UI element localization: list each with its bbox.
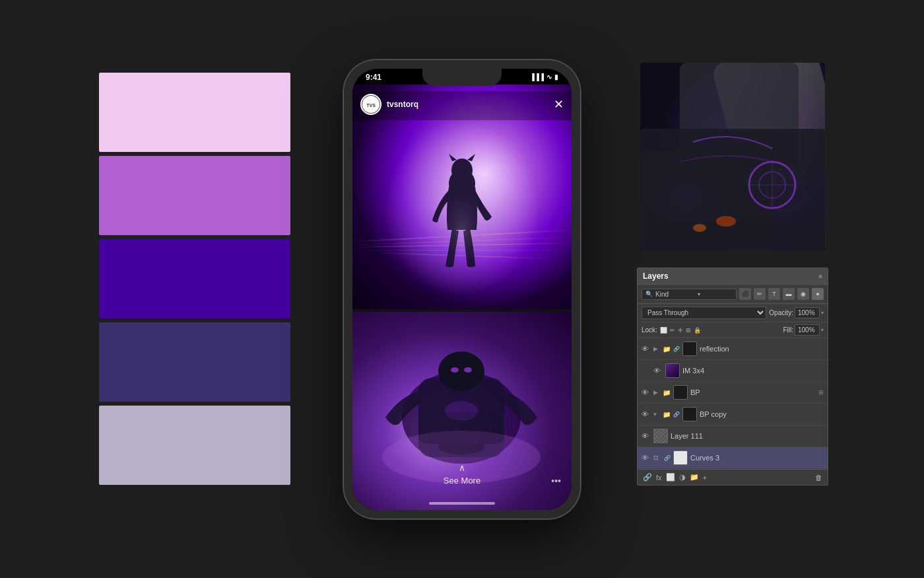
layer-folder-reflection: 📁: [663, 345, 671, 353]
layer-thumb-bp-copy: [682, 407, 697, 421]
lock-fill-row: Lock: ⬜ ✏ ✛ ⊞ 🔒 Fill: ▾: [638, 322, 828, 338]
pixel-filter-btn[interactable]: ⬛: [739, 288, 751, 300]
swatch-5: [99, 406, 290, 485]
lock-transparent-btn[interactable]: ⬜: [660, 327, 667, 334]
fill-dropdown-icon[interactable]: ▾: [821, 327, 824, 333]
layer-thumb-bp: [673, 385, 688, 400]
pen-filter-btn[interactable]: ✏: [754, 288, 766, 300]
add-mask-btn[interactable]: ⬜: [666, 473, 675, 482]
text-filter-btn[interactable]: T: [768, 288, 780, 300]
svg-rect-17: [640, 129, 825, 251]
swatch-2: [99, 156, 290, 235]
lock-pixels-btn[interactable]: ✏: [670, 327, 675, 334]
story-header: TVS tvsntorq ✕: [352, 91, 572, 120]
filter-dropdown-icon[interactable]: ▾: [698, 291, 700, 297]
svg-rect-15: [418, 412, 504, 444]
layer-eye-bp-copy[interactable]: 👁: [642, 410, 651, 418]
layer-thumb-im3x4: [665, 363, 680, 378]
svg-point-3: [451, 159, 473, 182]
swatch-4: [99, 322, 290, 402]
layer-folder-bp: 📁: [663, 389, 671, 396]
layers-bottom-toolbar: 🔗 fx ⬜ ◑ 📁 + 🗑: [638, 469, 828, 485]
wifi-icon: ∿: [546, 73, 552, 81]
layer-eye-im3x4[interactable]: 👁: [653, 367, 663, 375]
blend-mode-select[interactable]: Pass Through: [642, 307, 766, 319]
search-icon: 🔍: [645, 291, 653, 297]
shape-filter-btn[interactable]: ▬: [783, 288, 795, 300]
smart-filter-btn[interactable]: ◉: [797, 288, 809, 300]
svg-point-9: [438, 351, 484, 391]
svg-point-10: [451, 367, 459, 373]
svg-marker-4: [449, 154, 457, 161]
layer-name-curves3: Curves 3: [690, 454, 824, 462]
new-group-btn[interactable]: 📁: [690, 473, 699, 482]
layers-collapse-icon[interactable]: ≡: [818, 273, 822, 280]
toggle-filter-btn[interactable]: ●: [812, 288, 824, 300]
status-icons: ▐▐▐ ∿ ▮: [530, 73, 558, 81]
layer-row-bp[interactable]: 👁 ▶ 📁 BP ⊞: [638, 382, 828, 404]
status-time: 9:41: [366, 73, 381, 82]
swatch-1: [99, 73, 290, 152]
color-palette: [99, 73, 290, 485]
layers-filter-input[interactable]: Kind: [655, 291, 695, 298]
layer-expand-reflection[interactable]: ▶: [653, 345, 660, 352]
signal-icon: ▐▐▐: [530, 73, 544, 81]
layer-name-reflection: reflection: [700, 345, 824, 353]
layer-row-curves3[interactable]: 👁 ⊡ 🔗 Curves 3: [638, 447, 828, 469]
home-indicator: [429, 502, 495, 505]
opacity-label: Opacity:: [769, 309, 793, 316]
layer-link-curves3: 🔗: [664, 455, 671, 461]
layers-panel: Layers ≡ 🔍 Kind ▾ ⬛ ✏ T ▬ ◉ ● Pass Throu…: [637, 268, 828, 486]
layer-eye-reflection[interactable]: 👁: [642, 345, 651, 353]
lock-label: Lock:: [642, 326, 657, 334]
see-more-label[interactable]: See More: [444, 476, 480, 486]
layer-eye-curves3[interactable]: 👁: [642, 454, 651, 462]
blend-opacity-row: Pass Through Opacity: ▾: [638, 304, 828, 322]
opacity-dropdown-icon[interactable]: ▾: [821, 310, 824, 316]
delete-layer-btn[interactable]: 🗑: [815, 474, 822, 482]
see-more-bar: ∧ See More: [352, 462, 572, 486]
adjustment-btn[interactable]: ◑: [679, 473, 686, 482]
layer-name-layer111: Layer 111: [671, 432, 824, 440]
link-layers-btn[interactable]: 🔗: [643, 473, 652, 482]
layer-thumb-reflection: [682, 342, 697, 356]
opacity-input[interactable]: [795, 307, 820, 318]
svg-point-6: [439, 190, 485, 270]
lock-position-btn[interactable]: ✛: [678, 327, 683, 334]
layers-title-bar: Layers ≡: [638, 268, 828, 285]
fill-input[interactable]: [795, 324, 820, 336]
layer-row-im3x4[interactable]: 👁 IM 3x4: [638, 360, 828, 382]
black-panther-figure: [416, 151, 508, 303]
layer-eye-layer111[interactable]: 👁: [642, 432, 651, 440]
layers-search-box[interactable]: 🔍 Kind ▾: [642, 289, 737, 300]
story-avatar: TVS: [360, 94, 381, 115]
phone-content: ∧ See More •••: [352, 85, 572, 510]
lock-all-btn[interactable]: 🔒: [694, 327, 701, 334]
svg-point-11: [464, 367, 472, 373]
story-username: tvsntorq: [387, 100, 418, 109]
layer-name-bp-copy: BP copy: [700, 410, 824, 418]
layers-filter-row: 🔍 Kind ▾ ⬛ ✏ T ▬ ◉ ●: [638, 285, 828, 304]
layers-panel-title: Layers: [643, 271, 669, 281]
phone-screen: 9:41 ▐▐▐ ∿ ▮ TVS tvsn: [352, 69, 572, 510]
layer-link-bp-copy: 🔗: [673, 412, 680, 417]
layer-row-reflection[interactable]: 👁 ▶ 📁 🔗 reflection: [638, 338, 828, 360]
svg-point-23: [693, 224, 706, 232]
layer-eye-bp[interactable]: 👁: [642, 388, 651, 396]
layer-row-bp-copy[interactable]: 👁 ▾ 📁 🔗 BP copy: [638, 404, 828, 425]
curves-adj-icon: ⊡: [653, 454, 661, 461]
layer-expand-bp-copy[interactable]: ▾: [653, 411, 660, 417]
more-options-icon[interactable]: •••: [551, 476, 561, 486]
layer-folder-bp-copy: 📁: [663, 411, 671, 418]
layer-smart-bp: ⊞: [818, 389, 824, 396]
layer-expand-bp[interactable]: ▶: [653, 389, 660, 396]
phone-mockup: 9:41 ▐▐▐ ∿ ▮ TVS tvsn: [343, 59, 581, 519]
svg-point-22: [716, 216, 736, 227]
story-avatar-row: TVS tvsntorq: [360, 94, 418, 115]
layer-thumb-curves3: [673, 451, 688, 465]
fx-btn[interactable]: fx: [656, 474, 662, 482]
story-close-button[interactable]: ✕: [554, 98, 564, 110]
new-layer-btn[interactable]: +: [703, 474, 707, 482]
lock-artboard-btn[interactable]: ⊞: [686, 327, 691, 334]
layer-row-layer111[interactable]: 👁 Layer 111: [638, 425, 828, 447]
